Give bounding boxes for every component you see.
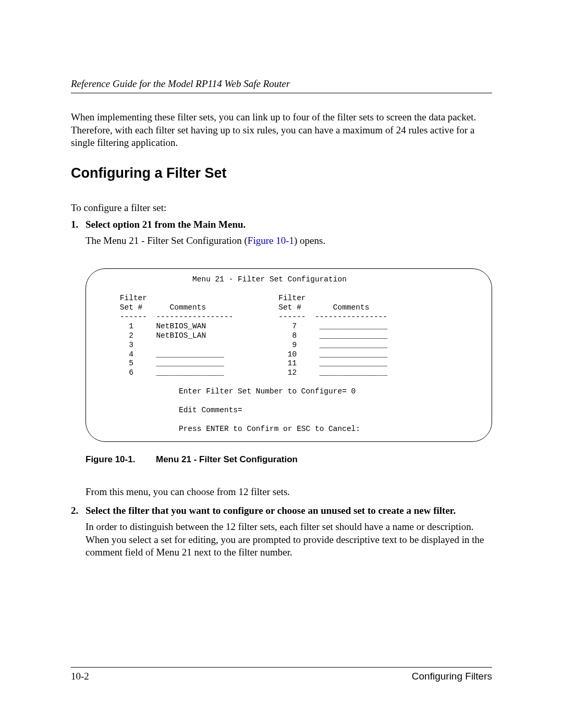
config-intro: To configure a filter set: (71, 202, 492, 214)
figure-number: Figure 10-1. (85, 454, 156, 465)
figure-caption: Figure 10-1.Menu 21 - Filter Set Configu… (85, 454, 492, 465)
figure-title: Menu 21 - Filter Set Configuration (156, 454, 298, 464)
step-2-body: In order to distinguish between the 12 f… (85, 521, 492, 559)
step-2-title: Select the filter that you want to confi… (85, 505, 492, 516)
terminal-figure: Menu 21 - Filter Set Configuration Filte… (85, 268, 492, 442)
running-header: Reference Guide for the Model RP114 Web … (71, 78, 492, 93)
step-1: Select option 21 from the Main Menu. The… (71, 219, 492, 499)
steps-list: Select option 21 from the Main Menu. The… (71, 219, 492, 559)
step-1-body: The Menu 21 - Filter Set Configuration (… (85, 235, 492, 248)
step-1-title: Select option 21 from the Main Menu. (85, 219, 492, 230)
page-container: Reference Guide for the Model RP114 Web … (0, 0, 563, 728)
intro-paragraph: When implementing these filter sets, you… (71, 111, 492, 150)
step-1-post: ) opens. (294, 235, 325, 246)
step-1-pre: The Menu 21 - Filter Set Configuration ( (85, 235, 248, 246)
page-number: 10-2 (71, 671, 89, 682)
footer-section: Configuring Filters (412, 671, 492, 682)
page-footer: 10-2 Configuring Filters (71, 667, 492, 682)
step-2: Select the filter that you want to confi… (71, 505, 492, 559)
after-figure-text: From this menu, you can choose from 12 f… (85, 486, 492, 499)
figure-link[interactable]: Figure 10-1 (248, 235, 294, 246)
section-heading: Configuring a Filter Set (71, 165, 492, 181)
